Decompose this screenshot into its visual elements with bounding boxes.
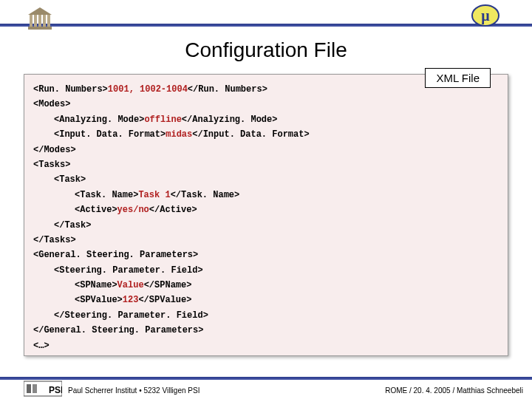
svg-rect-4 [43, 15, 46, 27]
svg-rect-11 [33, 384, 37, 393]
svg-rect-1 [30, 15, 33, 27]
psi-logo-icon: PSI [24, 380, 62, 398]
code-line: </Modes> [33, 143, 499, 157]
svg-text:PSI: PSI [49, 385, 62, 395]
svg-rect-2 [34, 15, 37, 27]
code-line: <Steering. Parameter. Field> [33, 263, 499, 278]
code-line: <Task> [33, 172, 499, 187]
footer-divider [0, 377, 532, 380]
svg-rect-3 [38, 15, 41, 27]
code-line: <General. Steering. Parameters> [33, 248, 499, 262]
code-line: <Modes> [33, 97, 499, 112]
code-line: <Task. Name>Task 1</Task. Name> [33, 188, 499, 202]
mu-logo-icon: μ [470, 3, 501, 28]
svg-text:μ: μ [481, 7, 490, 24]
code-line: <…> [33, 338, 499, 353]
svg-marker-6 [28, 7, 52, 15]
code-line: <Analyzing. Mode>offline</Analyzing. Mod… [33, 112, 499, 127]
code-line: <Active>yes/no</Active> [33, 202, 499, 217]
code-line: <Input. Data. Format>midas</Input. Data.… [33, 127, 499, 142]
footer-institution: Paul Scherrer Institut • 5232 Villigen P… [68, 386, 200, 395]
xml-file-label: XML File [425, 68, 491, 88]
svg-rect-5 [47, 15, 50, 27]
footer-meta: ROME / 20. 4. 2005 / Matthias Schneebeli [385, 386, 523, 395]
svg-rect-10 [27, 384, 31, 393]
slide-title: Configuration File [0, 38, 532, 62]
code-line: <SPValue>123</SPValue> [33, 293, 499, 307]
xml-code-block: <Run. Numbers>1001, 1002-1004</Run. Numb… [24, 74, 508, 356]
svg-rect-0 [28, 27, 52, 30]
code-line: </Steering. Parameter. Field> [33, 308, 499, 323]
header-divider [0, 24, 532, 27]
code-line: <SPName>Value</SPName> [33, 278, 499, 293]
code-line: </General. Steering. Parameters> [33, 323, 499, 338]
institution-logo-left [27, 6, 53, 33]
code-line: <Tasks> [33, 157, 499, 172]
code-line: </Tasks> [33, 233, 499, 248]
code-line: </Task> [33, 218, 499, 233]
